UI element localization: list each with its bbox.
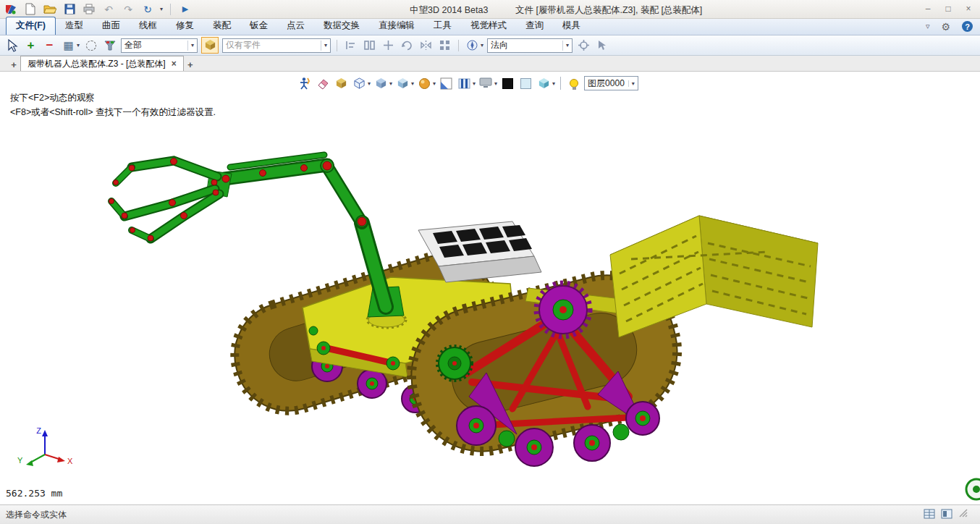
resize-grip-icon[interactable] bbox=[958, 508, 968, 522]
play-icon[interactable]: ▶ bbox=[178, 2, 193, 17]
table-view-icon[interactable] bbox=[924, 508, 935, 522]
document-tab-close-icon[interactable]: × bbox=[172, 59, 177, 69]
tab-pointcloud[interactable]: 点云 bbox=[277, 17, 314, 35]
save-icon[interactable] bbox=[62, 2, 77, 17]
part-filter-value: 仅有零件 bbox=[226, 39, 261, 51]
measurement-readout: 562.253 mm bbox=[6, 488, 62, 499]
new-document-tab-button[interactable]: + bbox=[184, 58, 197, 71]
toolbar-separator bbox=[337, 40, 337, 51]
tab-sheetmetal[interactable]: 钣金 bbox=[240, 17, 277, 35]
robot-model[interactable]: Z X Y bbox=[0, 72, 980, 504]
ribbon-collapse-icon[interactable]: ▿ bbox=[926, 22, 930, 30]
help-icon[interactable]: ? bbox=[962, 21, 973, 32]
close-button[interactable]: × bbox=[961, 2, 976, 15]
normal-filter-caret-icon: ▾ bbox=[562, 41, 569, 51]
new-file-icon[interactable] bbox=[23, 2, 38, 17]
tab-shape[interactable]: 造型 bbox=[56, 17, 93, 35]
tab-surface[interactable]: 曲面 bbox=[93, 17, 130, 35]
doc-pin-icon[interactable]: + bbox=[7, 58, 20, 71]
tab-assembly[interactable]: 装配 bbox=[203, 17, 240, 35]
status-message: 选择命令或实体 bbox=[6, 509, 67, 521]
tab-data-exchange[interactable]: 数据交换 bbox=[314, 17, 369, 35]
tab-file[interactable]: 文件(F) bbox=[6, 17, 56, 35]
entity-filter-select[interactable]: 全部 ▾ bbox=[121, 38, 198, 53]
undo-icon[interactable]: ↶ bbox=[101, 2, 116, 17]
color-filter-icon[interactable] bbox=[102, 38, 117, 53]
compass-widget[interactable] bbox=[966, 479, 980, 499]
toolbar-separator bbox=[458, 40, 459, 51]
compass-icon[interactable] bbox=[465, 38, 480, 53]
tab-mold[interactable]: 模具 bbox=[553, 17, 590, 35]
document-tab-label: 履带机器人总装配体.Z3 - [总装配体] bbox=[28, 58, 166, 70]
move-icon[interactable] bbox=[381, 38, 396, 53]
reference-icon[interactable] bbox=[576, 38, 591, 53]
selection-toolbar: + − ▦ ▾ 全部 ▾ 仅有零件 ▾ bbox=[0, 35, 980, 56]
selection-grid-caret-icon[interactable]: ▾ bbox=[77, 42, 80, 48]
part-only-toggle-icon[interactable] bbox=[201, 37, 219, 54]
align-icon[interactable] bbox=[343, 38, 358, 53]
document-tab-active[interactable]: 履带机器人总装配体.Z3 - [总装配体] × bbox=[20, 56, 184, 71]
part-filter-caret-icon: ▾ bbox=[321, 41, 327, 51]
pick-point-icon[interactable] bbox=[595, 38, 610, 53]
constraint-icon[interactable] bbox=[362, 38, 377, 53]
tab-visual-style[interactable]: 视觉样式 bbox=[461, 17, 516, 35]
normal-filter-select[interactable]: 法向 ▾ bbox=[487, 38, 573, 53]
tab-direct-edit[interactable]: 直接编辑 bbox=[369, 17, 424, 35]
minimize-button[interactable]: – bbox=[921, 2, 935, 15]
axis-z-label: Z bbox=[36, 426, 41, 435]
quick-access-caret-icon[interactable]: ▾ bbox=[160, 6, 163, 12]
print-icon[interactable] bbox=[82, 2, 96, 17]
cargo-basket[interactable] bbox=[610, 216, 818, 337]
entity-filter-caret-icon: ▾ bbox=[187, 41, 194, 51]
gear-icon[interactable]: ⚙ bbox=[941, 22, 950, 32]
ribbon-right-controls: ▿ ⚙ ? bbox=[926, 21, 973, 32]
entity-filter-value: 全部 bbox=[124, 39, 142, 51]
zw3d-window: ↶ ↷ ↻ ▾ ▶ 中望3D 2014 Beta3 文件 [履带机器人总装配体.… bbox=[0, 0, 980, 524]
window-controls: – □ × bbox=[921, 2, 976, 15]
axis-y-label: Y bbox=[17, 456, 23, 465]
normal-filter-value: 法向 bbox=[491, 39, 508, 51]
quick-access-toolbar: ↶ ↷ ↻ ▾ ▶ bbox=[0, 2, 193, 17]
lasso-icon[interactable] bbox=[83, 38, 98, 53]
document-tab-bar: + 履带机器人总装配体.Z3 - [总装配体] × + bbox=[0, 56, 980, 72]
titlebar-doc-info: 文件 [履带机器人总装配体.Z3], 装配 [总装配体] bbox=[515, 4, 702, 17]
ribbon-tab-bar: 文件(F) 造型 曲面 线框 修复 装配 钣金 点云 数据交换 直接编辑 工具 … bbox=[0, 19, 980, 35]
add-selection-icon[interactable]: + bbox=[23, 38, 38, 53]
status-bar-right bbox=[924, 508, 968, 522]
display-options-icon[interactable] bbox=[941, 508, 952, 522]
axis-x-label: X bbox=[67, 457, 73, 465]
rotate-icon[interactable] bbox=[400, 38, 415, 53]
pattern-icon[interactable] bbox=[437, 38, 452, 53]
viewport-3d[interactable]: 按下<F2>动态的观察 <F8>或者<Shift-roll> 查找下一个有效的过… bbox=[0, 72, 980, 504]
app-title: 中望3D 2014 Beta3 bbox=[410, 4, 488, 17]
titlebar-separator bbox=[170, 4, 171, 15]
mirror-icon[interactable] bbox=[418, 38, 434, 53]
open-file-icon[interactable] bbox=[43, 2, 57, 17]
tab-repair[interactable]: 修复 bbox=[166, 17, 203, 35]
zw3d-logo-icon bbox=[4, 2, 18, 17]
axes-triad: Z X Y bbox=[17, 426, 73, 466]
tab-inquire[interactable]: 查询 bbox=[516, 17, 553, 35]
tab-wireframe[interactable]: 线框 bbox=[130, 17, 166, 35]
maximize-button[interactable]: □ bbox=[941, 2, 955, 15]
remove-selection-icon[interactable]: − bbox=[42, 38, 57, 53]
refresh-icon[interactable]: ↻ bbox=[140, 2, 155, 17]
status-bar: 选择命令或实体 bbox=[0, 504, 980, 524]
titlebar: ↶ ↷ ↻ ▾ ▶ 中望3D 2014 Beta3 文件 [履带机器人总装配体.… bbox=[0, 0, 980, 19]
redo-icon[interactable]: ↷ bbox=[121, 2, 135, 17]
part-filter-select[interactable]: 仅有零件 ▾ bbox=[222, 38, 331, 53]
tab-tools[interactable]: 工具 bbox=[424, 17, 461, 35]
compass-caret-icon[interactable]: ▾ bbox=[481, 42, 483, 48]
select-cursor-icon[interactable] bbox=[4, 38, 20, 53]
selection-grid-icon[interactable]: ▦ bbox=[61, 38, 76, 53]
